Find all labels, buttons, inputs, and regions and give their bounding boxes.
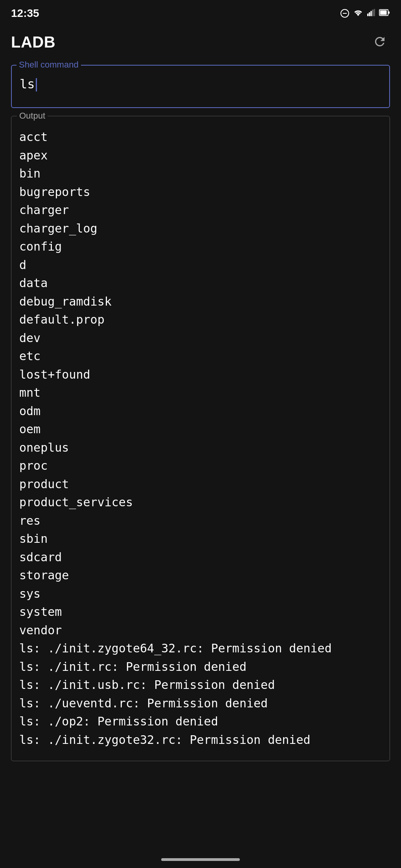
- app-header: LADB: [0, 24, 401, 61]
- output-line: vendor: [19, 621, 382, 640]
- shell-command-label: Shell command: [17, 60, 81, 70]
- output-line: ls: ./init.rc: Permission denied: [19, 658, 382, 676]
- output-line: apex: [19, 146, 382, 165]
- output-line: config: [19, 238, 382, 256]
- svg-rect-6: [380, 10, 387, 15]
- home-indicator: [161, 858, 240, 861]
- output-line: res: [19, 512, 382, 530]
- output-line: ls: ./init.usb.rc: Permission denied: [19, 676, 382, 694]
- output-line: odm: [19, 402, 382, 421]
- output-line: sdcard: [19, 548, 382, 567]
- output-line: proc: [19, 457, 382, 475]
- output-line: ls: ./init.zygote64_32.rc: Permission de…: [19, 639, 382, 658]
- signal-icon: [367, 8, 375, 18]
- output-wrapper: Output acctapexbinbugreportschargercharg…: [11, 116, 390, 761]
- output-line: sys: [19, 585, 382, 603]
- output-line: d: [19, 256, 382, 275]
- main-content: Shell command ls Output acctapexbinbugre…: [0, 61, 401, 769]
- text-cursor: [36, 78, 37, 92]
- svg-rect-3: [372, 10, 373, 16]
- output-line: default.prop: [19, 311, 382, 329]
- output-line: ls: ./init.zygote32.rc: Permission denie…: [19, 731, 382, 749]
- output-content: acctapexbinbugreportschargercharger_logc…: [19, 128, 382, 749]
- output-line: acct: [19, 128, 382, 146]
- shell-command-input[interactable]: ls: [11, 65, 390, 108]
- output-line: charger: [19, 201, 382, 220]
- output-line: storage: [19, 566, 382, 585]
- svg-rect-7: [388, 11, 390, 14]
- output-line: bugreports: [19, 183, 382, 201]
- output-line: ls: ./op2: Permission denied: [19, 712, 382, 731]
- output-line: oneplus: [19, 439, 382, 457]
- output-line: product_services: [19, 493, 382, 512]
- status-time: 12:35: [11, 7, 39, 20]
- svg-rect-1: [369, 12, 370, 16]
- output-line: debug_ramdisk: [19, 293, 382, 311]
- output-line: oem: [19, 420, 382, 439]
- output-label: Output: [17, 111, 48, 121]
- output-line: data: [19, 274, 382, 293]
- output-line: bin: [19, 165, 382, 183]
- output-line: dev: [19, 329, 382, 348]
- status-icons: [340, 8, 390, 18]
- svg-rect-2: [370, 11, 372, 16]
- shell-command-value: ls: [20, 77, 35, 92]
- dnd-icon: [340, 9, 349, 18]
- refresh-button[interactable]: [370, 31, 390, 53]
- svg-rect-0: [367, 14, 368, 16]
- shell-command-wrapper: Shell command ls: [11, 65, 390, 108]
- output-line: mnt: [19, 384, 382, 402]
- output-line: charger_log: [19, 220, 382, 238]
- status-bar: 12:35: [0, 0, 401, 24]
- battery-icon: [379, 8, 390, 18]
- output-line: product: [19, 475, 382, 494]
- svg-rect-4: [374, 9, 375, 16]
- output-line: ls: ./ueventd.rc: Permission denied: [19, 694, 382, 713]
- wifi-icon: [353, 8, 363, 18]
- output-line: etc: [19, 347, 382, 366]
- output-line: sbin: [19, 530, 382, 548]
- output-line: lost+found: [19, 366, 382, 384]
- app-title: LADB: [11, 33, 55, 51]
- output-line: system: [19, 603, 382, 621]
